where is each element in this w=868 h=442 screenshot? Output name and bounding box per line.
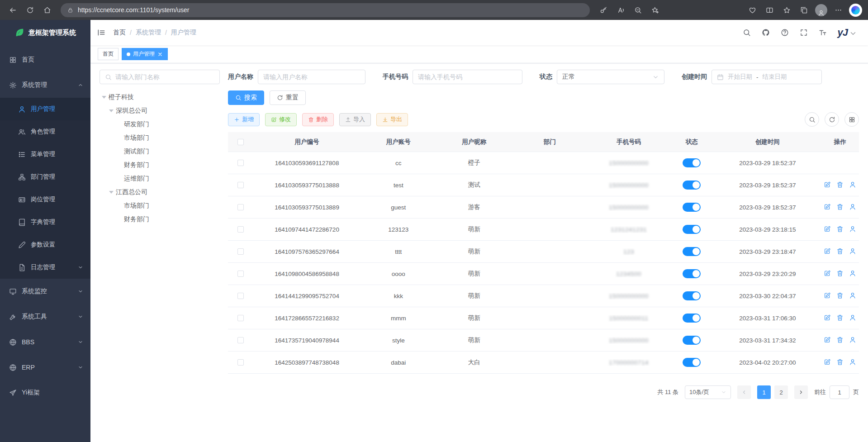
goto-page-input[interactable]: [830, 385, 849, 399]
delete-icon[interactable]: [836, 292, 844, 299]
dept-search-input[interactable]: [100, 70, 220, 84]
reset-password-icon[interactable]: [849, 270, 856, 277]
tree-node[interactable]: 财务部门: [100, 213, 220, 226]
edit-icon[interactable]: [824, 247, 831, 255]
fullscreen-icon[interactable]: [800, 29, 808, 37]
table-row[interactable]: 1641097576365297664 tttt 萌新 123 2023-03-…: [228, 241, 859, 263]
table-row[interactable]: 1641098004586958848 oooo 萌新 1234500 2023…: [228, 263, 859, 285]
prev-page-button[interactable]: [737, 385, 751, 399]
delete-icon[interactable]: [836, 225, 844, 233]
sidebar-item[interactable]: 系统工具: [0, 304, 90, 329]
sidebar-item[interactable]: 字典管理: [0, 211, 90, 233]
import-button[interactable]: 导入: [339, 113, 371, 126]
phone-input[interactable]: [413, 70, 522, 84]
table-row[interactable]: 1641030593775013889 guest 游客 15000000000…: [228, 196, 859, 219]
read-aloud-button[interactable]: [612, 2, 629, 18]
delete-button[interactable]: 删除: [302, 113, 334, 126]
row-checkbox[interactable]: [237, 337, 244, 343]
search-icon[interactable]: [743, 29, 751, 37]
row-checkbox[interactable]: [237, 315, 244, 321]
sidebar-item[interactable]: Yi框架: [0, 380, 90, 405]
table-row[interactable]: 1641441299095752704 kkk 萌新 15000000000 2…: [228, 285, 859, 307]
back-button[interactable]: [5, 2, 21, 18]
close-icon[interactable]: [157, 52, 163, 57]
edit-icon[interactable]: [824, 336, 831, 343]
tree-node[interactable]: 运维部门: [100, 172, 220, 185]
table-row[interactable]: 1641030593691127808 cc 橙子 15000000000 20…: [228, 152, 859, 174]
page-button[interactable]: 1: [757, 385, 771, 399]
sidebar-item[interactable]: 菜单管理: [0, 143, 90, 166]
reset-password-icon[interactable]: [849, 181, 856, 188]
tree-node[interactable]: 财务部门: [100, 158, 220, 172]
status-toggle[interactable]: [683, 158, 701, 167]
row-checkbox[interactable]: [237, 226, 244, 233]
edit-button[interactable]: 修改: [265, 113, 297, 126]
page-button[interactable]: 2: [774, 385, 788, 399]
sidebar-item[interactable]: 岗位管理: [0, 188, 90, 211]
tree-node[interactable]: 橙子科技: [100, 90, 220, 104]
tab-user-management[interactable]: 用户管理: [122, 48, 168, 60]
edit-icon[interactable]: [824, 358, 831, 366]
table-row[interactable]: 1641097441472286720 123123 萌新 1231241231…: [228, 219, 859, 241]
delete-icon[interactable]: [836, 358, 844, 366]
reset-password-icon[interactable]: [849, 225, 856, 233]
reset-password-icon[interactable]: [849, 314, 856, 321]
delete-icon[interactable]: [836, 314, 844, 321]
username-input[interactable]: [258, 70, 365, 84]
table-row[interactable]: 1641728665572216832 mmm 萌新 15000000011 2…: [228, 307, 859, 329]
status-select[interactable]: 正常: [557, 70, 664, 84]
breadcrumb-system[interactable]: 系统管理: [136, 29, 161, 37]
reset-password-icon[interactable]: [849, 336, 856, 343]
sidebar-item[interactable]: 角色管理: [0, 120, 90, 143]
status-toggle[interactable]: [683, 291, 701, 300]
status-toggle[interactable]: [683, 336, 701, 345]
status-toggle[interactable]: [683, 314, 701, 323]
tab-home[interactable]: 首页: [98, 48, 119, 60]
favorites-button[interactable]: [778, 2, 795, 18]
table-row[interactable]: 1641030593775013888 test 测试 15000000000 …: [228, 174, 859, 196]
saved-password-button[interactable]: [595, 2, 612, 18]
reset-password-icon[interactable]: [849, 358, 856, 366]
profile-button[interactable]: [813, 2, 829, 18]
next-page-button[interactable]: [794, 385, 808, 399]
tree-node[interactable]: 江西总公司: [100, 185, 220, 199]
tree-node[interactable]: 深圳总公司: [100, 104, 220, 118]
tree-node[interactable]: 市场部门: [100, 199, 220, 213]
sidebar-item[interactable]: 参数设置: [0, 233, 90, 256]
phone-field[interactable]: [418, 73, 517, 81]
github-icon[interactable]: [762, 29, 770, 37]
date-range-picker[interactable]: 开始日期 - 结束日期: [711, 70, 822, 84]
reset-password-icon[interactable]: [849, 247, 856, 255]
tree-node[interactable]: 市场部门: [100, 131, 220, 145]
sidebar-item[interactable]: 日志管理: [0, 256, 90, 279]
status-toggle[interactable]: [683, 269, 701, 278]
sidebar-item[interactable]: 系统管理: [0, 72, 90, 98]
help-icon[interactable]: [781, 29, 789, 37]
delete-icon[interactable]: [836, 336, 844, 343]
app-logo[interactable]: 意框架管理系统: [0, 20, 90, 45]
edit-icon[interactable]: [824, 181, 831, 188]
add-favorite-button[interactable]: [647, 2, 663, 18]
row-checkbox[interactable]: [237, 204, 244, 210]
row-checkbox[interactable]: [237, 182, 244, 188]
browser-essentials-button[interactable]: [744, 2, 760, 18]
delete-icon[interactable]: [836, 203, 844, 210]
row-checkbox[interactable]: [237, 293, 244, 299]
edit-icon[interactable]: [824, 225, 831, 233]
row-checkbox[interactable]: [237, 271, 244, 277]
status-toggle[interactable]: [683, 225, 701, 234]
edit-icon[interactable]: [824, 314, 831, 321]
tree-node[interactable]: 研发部门: [100, 118, 220, 131]
select-all-checkbox[interactable]: [237, 139, 244, 145]
reset-password-icon[interactable]: [849, 203, 856, 210]
font-size-icon[interactable]: [819, 29, 827, 37]
dept-search-field[interactable]: [115, 73, 214, 81]
username-field[interactable]: [263, 73, 360, 81]
zoom-button[interactable]: [630, 2, 646, 18]
tree-node[interactable]: 测试部门: [100, 145, 220, 158]
reset-button[interactable]: 重置: [270, 90, 306, 105]
row-checkbox[interactable]: [237, 359, 244, 366]
add-button[interactable]: 新增: [228, 113, 260, 126]
table-row[interactable]: 1641735719040978944 style 萌新 15000000000…: [228, 329, 859, 352]
table-row[interactable]: 1642503897748738048 dabai 大白 17000000714…: [228, 352, 859, 374]
